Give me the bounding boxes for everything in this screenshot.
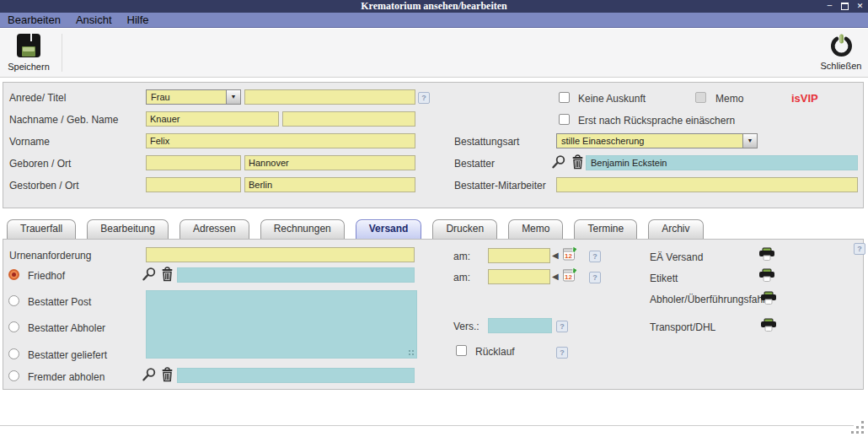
titel-input[interactable] xyxy=(244,89,415,105)
search-icon[interactable] xyxy=(142,367,157,386)
menu-hilfe[interactable]: Hilfe xyxy=(127,13,149,26)
radio-bestatter-geliefert[interactable] xyxy=(8,348,19,359)
spin-left-icon[interactable]: ◀ xyxy=(552,250,559,262)
printer-icon[interactable] xyxy=(760,317,777,336)
ruecksprache-checkbox[interactable] xyxy=(559,114,570,125)
transport-dhl-label: Transport/DHL xyxy=(650,321,715,333)
mitarbeiter-label: Bestatter-Mitarbeiter xyxy=(454,180,546,192)
toolbar-separator xyxy=(62,34,62,72)
printer-icon[interactable] xyxy=(758,267,775,286)
nachname-label: Nachname / Geb. Name xyxy=(9,114,118,126)
status-divider xyxy=(0,425,854,426)
printer-icon[interactable] xyxy=(760,290,777,309)
help-icon-ruecklauf[interactable]: ? xyxy=(556,347,568,359)
chevron-down-icon[interactable]: ▼ xyxy=(226,90,240,104)
trash-icon[interactable] xyxy=(571,154,584,173)
nachname-input[interactable] xyxy=(146,111,279,127)
ruecksprache-label: Erst nach Rücksprache einäschern xyxy=(578,115,735,127)
geb-name-input[interactable] xyxy=(282,111,415,127)
radio-friedhof[interactable] xyxy=(8,269,19,280)
memo-label: Memo xyxy=(715,93,743,105)
vorname-input[interactable] xyxy=(146,133,415,148)
help-icon-vers[interactable]: ? xyxy=(556,321,568,332)
calendar-day-text: 12 xyxy=(565,273,572,281)
help-icon-am2[interactable]: ? xyxy=(589,272,601,283)
urnenanforderung-label: Urnenanforderung xyxy=(9,250,91,262)
keine-auskunft-label: Keine Auskunft xyxy=(578,93,646,105)
ruecklauf-checkbox[interactable] xyxy=(456,345,467,356)
fremder-input[interactable] xyxy=(177,368,415,383)
radio-fremder-abholen-label: Fremder abholen xyxy=(28,371,104,383)
abholer-ueberfuehrung-label: Abholer/Überführungsfahrt xyxy=(650,294,769,305)
spin-left-icon[interactable]: ◀ xyxy=(552,271,559,283)
menu-bar: Bearbeiten Ansicht Hilfe xyxy=(0,13,868,28)
radio-bestatter-post[interactable] xyxy=(8,295,19,306)
window-title: Krematorium ansehen/bearbeiten xyxy=(361,0,506,12)
am1-label: am: xyxy=(453,251,470,262)
close-icon[interactable]: ✕ xyxy=(855,1,865,11)
printer-icon[interactable] xyxy=(758,246,775,265)
urnenanforderung-input[interactable] xyxy=(146,247,415,262)
vorname-label: Vorname xyxy=(9,136,50,148)
bestattungsart-select[interactable]: stille Einaescherung ▼ xyxy=(556,133,758,148)
tab-memo[interactable]: Memo xyxy=(508,219,563,239)
gestorben-input[interactable] xyxy=(146,177,241,192)
keine-auskunft-checkbox[interactable] xyxy=(559,92,570,103)
anrede-select[interactable]: Frau ▼ xyxy=(146,89,241,105)
am1-input[interactable] xyxy=(488,248,550,263)
calendar-icon[interactable]: 12 xyxy=(562,245,578,265)
help-icon-am1[interactable]: ? xyxy=(589,251,601,262)
resize-grip-icon[interactable] xyxy=(412,350,414,352)
vers-label: Vers.: xyxy=(453,321,480,332)
person-form-panel: Anrede/ Titel Nachname / Geb. Name Vorna… xyxy=(3,82,864,208)
ruecklauf-label: Rücklauf xyxy=(475,346,515,358)
anrede-value: Frau xyxy=(151,92,170,102)
radio-bestatter-abholer[interactable] xyxy=(8,321,19,332)
mitarbeiter-input[interactable] xyxy=(556,177,858,192)
help-icon-panel[interactable]: ? xyxy=(854,243,865,255)
chevron-down-icon[interactable]: ▼ xyxy=(742,134,757,148)
etikett-label: Etikett xyxy=(650,272,678,284)
search-icon[interactable] xyxy=(551,154,566,173)
trash-icon[interactable] xyxy=(161,367,174,386)
radio-bestatter-geliefert-label: Bestatter geliefert xyxy=(28,349,107,361)
tab-adressen[interactable]: Adressen xyxy=(179,219,249,239)
radio-fremder-abholen[interactable] xyxy=(8,370,19,381)
gestorben-label: Gestorben / Ort xyxy=(9,180,79,192)
window-titlebar[interactable]: Krematorium ansehen/bearbeiten ─ ✕ xyxy=(0,0,868,13)
search-icon[interactable] xyxy=(142,267,157,285)
am2-label: am: xyxy=(453,272,470,283)
help-icon-titel[interactable]: ? xyxy=(418,92,430,104)
menu-bearbeiten[interactable]: Bearbeiten xyxy=(8,13,61,26)
close-window-button[interactable]: Schließen xyxy=(816,33,866,71)
tab-trauerfall[interactable]: Trauerfall xyxy=(7,219,76,239)
floppy-disk-icon xyxy=(3,33,55,61)
vers-input[interactable] xyxy=(488,318,552,333)
am2-input[interactable] xyxy=(488,269,550,284)
minimize-icon[interactable]: ─ xyxy=(824,1,835,11)
tab-termine[interactable]: Termine xyxy=(574,219,637,239)
geboren-ort-input[interactable] xyxy=(244,155,415,170)
tab-rechnungen[interactable]: Rechnungen xyxy=(260,219,345,239)
gestorben-ort-input[interactable] xyxy=(244,177,415,192)
window-controls: ─ ✕ xyxy=(824,1,865,11)
bestattungsart-value: stille Einaescherung xyxy=(561,136,644,146)
tab-versand[interactable]: Versand xyxy=(356,219,422,239)
versand-panel: Urnenanforderung Friedhof Bestatter Post… xyxy=(3,239,864,390)
geboren-input[interactable] xyxy=(146,155,241,170)
menu-ansicht[interactable]: Ansicht xyxy=(76,13,112,26)
calendar-icon[interactable]: 12 xyxy=(562,267,578,286)
anrede-label: Anrede/ Titel xyxy=(9,92,66,104)
tab-archiv[interactable]: Archiv xyxy=(648,219,703,239)
bestattungsart-label: Bestattungsart xyxy=(454,136,519,148)
versand-notes-textarea[interactable] xyxy=(146,290,417,359)
friedhof-input[interactable] xyxy=(177,267,415,283)
save-button[interactable]: Speichern xyxy=(3,33,55,72)
trash-icon[interactable] xyxy=(161,267,174,285)
bestatter-input[interactable] xyxy=(586,155,858,170)
tab-drucken[interactable]: Drucken xyxy=(432,219,497,239)
window-resize-grip-icon[interactable] xyxy=(861,431,864,434)
tab-bearbeitung[interactable]: Bearbeitung xyxy=(87,219,169,239)
save-label: Speichern xyxy=(8,62,50,72)
maximize-icon[interactable] xyxy=(839,1,850,11)
